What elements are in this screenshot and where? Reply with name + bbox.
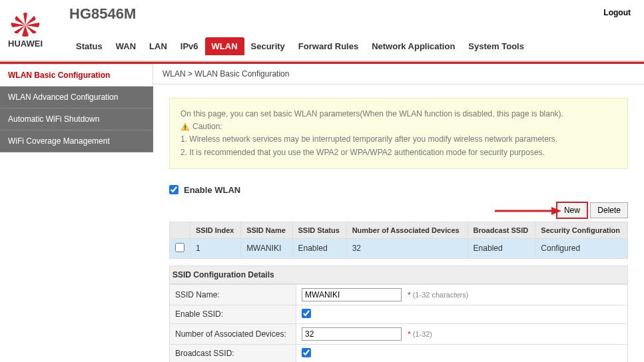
nav-ipv6[interactable]: IPv6 — [174, 37, 205, 55]
sidebar-item-basic[interactable]: WLAN Basic Configuration — [0, 64, 153, 87]
sidebar-item-advanced[interactable]: WLAN Advanced Configuration — [0, 87, 153, 108]
enable-wlan-label: Enable WLAN — [184, 185, 240, 195]
cell-broadcast: Enabled — [468, 238, 535, 258]
broadcast-ssid-checkbox[interactable] — [302, 348, 311, 357]
enable-ssid-checkbox[interactable] — [302, 309, 311, 318]
cell-security: Configured — [535, 238, 628, 258]
sidebar-item-coverage[interactable]: WiFi Coverage Management — [0, 130, 153, 152]
sidebar: WLAN Basic Configuration WLAN Advanced C… — [0, 64, 153, 362]
col-num-devices: Number of Associated Devices — [346, 222, 468, 238]
table-header-row: SSID Index SSID Name SSID Status Number … — [170, 222, 628, 238]
svg-rect-1 — [184, 128, 185, 129]
model-title: HG8546M — [69, 5, 531, 23]
details-title: SSID Configuration Details — [169, 266, 628, 284]
cell-devices: 32 — [346, 238, 468, 258]
new-button[interactable]: New — [556, 202, 588, 219]
num-devices-input[interactable] — [302, 327, 402, 341]
ssid-name-label: SSID Name: — [170, 284, 296, 305]
notice-line-2: 2. It is recommended that you use the WP… — [180, 146, 617, 159]
cell-status: Enabled — [292, 238, 346, 258]
nav-network-application[interactable]: Network Application — [365, 37, 462, 55]
table-actions: New Delete — [169, 202, 628, 219]
nav-wlan[interactable]: WLAN — [205, 37, 244, 55]
ssid-name-hint: (1-32 characters) — [413, 291, 469, 299]
num-devices-label: Number of Associated Devices: — [170, 323, 296, 344]
cell-index: 1 — [190, 238, 241, 258]
nav-lan[interactable]: LAN — [143, 37, 174, 55]
warning-icon — [180, 122, 190, 132]
delete-button[interactable]: Delete — [590, 202, 628, 218]
arrow-annotation-icon — [495, 204, 561, 218]
col-security: Security Configuration — [535, 222, 628, 238]
caution-label: Caution: — [192, 120, 222, 133]
col-broadcast: Broadcast SSID — [468, 222, 535, 238]
ssid-name-input[interactable] — [302, 288, 402, 301]
nav-security[interactable]: Security — [244, 37, 292, 55]
nav-forward-rules[interactable]: Forward Rules — [292, 37, 365, 55]
svg-rect-0 — [184, 125, 185, 128]
huawei-logo-icon — [9, 12, 42, 37]
brand-logo: HUAWEI — [8, 12, 43, 49]
notice-line-1: 1. Wireless network services may be inte… — [180, 133, 617, 146]
table-row[interactable]: 1 MWANIKI Enabled 32 Enabled Configured — [170, 238, 628, 258]
col-ssid-status: SSID Status — [292, 222, 346, 238]
sidebar-item-auto-shutdown[interactable]: Automatic WiFi Shutdown — [0, 108, 153, 130]
enable-ssid-label: Enable SSID: — [170, 305, 296, 323]
nav-status[interactable]: Status — [69, 37, 109, 55]
breadcrumb: WLAN > WLAN Basic Configuration — [153, 64, 644, 85]
nav-system-tools[interactable]: System Tools — [462, 37, 531, 55]
notice-box: On this page, you can set basic WLAN par… — [169, 98, 628, 169]
brand-name: HUAWEI — [8, 39, 43, 49]
header: HUAWEI HG8546M Status WAN LAN IPv6 WLAN … — [0, 0, 644, 62]
broadcast-ssid-label: Broadcast SSID: — [170, 344, 296, 362]
nav-wan[interactable]: WAN — [109, 37, 143, 55]
ssid-details-form: SSID Name: * (1-32 characters) Enable SS… — [169, 284, 628, 362]
cell-name: MWANIKI — [241, 238, 292, 258]
enable-wlan-checkbox[interactable] — [169, 185, 178, 194]
col-ssid-index: SSID Index — [190, 222, 241, 238]
ssid-table: SSID Index SSID Name SSID Status Number … — [169, 222, 628, 259]
num-devices-hint: (1-32) — [413, 330, 432, 338]
col-ssid-name: SSID Name — [241, 222, 292, 238]
row-select-checkbox[interactable] — [175, 243, 184, 252]
logout-link[interactable]: Logout — [603, 8, 631, 17]
notice-intro: On this page, you can set basic WLAN par… — [180, 108, 617, 120]
top-nav: Status WAN LAN IPv6 WLAN Security Forwar… — [69, 37, 531, 55]
